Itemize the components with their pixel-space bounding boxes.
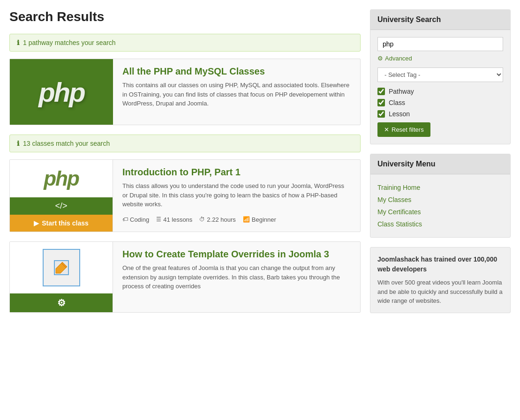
- class1-lessons-badge: ☰ 41 lessons: [156, 216, 192, 223]
- search-input[interactable]: [377, 37, 503, 51]
- reset-btn-label: Reset filters: [392, 126, 424, 133]
- pathway-alert-text: 1 pathway matches your search: [23, 39, 116, 46]
- info-icon-2: ℹ: [17, 140, 19, 147]
- university-search-box: University Search ⚙ Advanced - Select Ta…: [370, 9, 511, 144]
- sidebar: University Search ⚙ Advanced - Select Ta…: [370, 9, 511, 322]
- clock-icon: ⏱: [199, 216, 205, 223]
- class1-card-bottom: </>: [10, 197, 113, 215]
- class1-hours-badge: ⏱ 2.22 hours: [199, 216, 235, 223]
- advanced-link[interactable]: ⚙ Advanced: [377, 55, 503, 62]
- reset-filters-button[interactable]: ✕ Reset filters: [377, 122, 430, 137]
- start-class-button-1[interactable]: ▶ Start this class: [10, 215, 113, 232]
- gear-icon: ⚙: [377, 55, 383, 62]
- menu-link-class-statistics[interactable]: Class Statistics: [377, 218, 503, 230]
- classes-alert: ℹ 13 classes match your search: [9, 135, 361, 152]
- x-icon: ✕: [384, 126, 389, 133]
- select-tag-dropdown[interactable]: - Select Tag -: [377, 68, 503, 82]
- info-icon: ℹ: [17, 39, 19, 46]
- checkbox-lesson[interactable]: Lesson: [377, 110, 503, 118]
- php-logo-dark: php: [44, 167, 79, 190]
- menu-link-my-certificates[interactable]: My Certificates: [377, 206, 503, 218]
- class1-level-badge: 📶 Beginner: [243, 216, 276, 223]
- pathway-card-body: All the PHP and MySQL Classes This conta…: [113, 59, 360, 125]
- class1-card-title[interactable]: Introduction to PHP, Part 1: [122, 167, 351, 178]
- class2-card-description: One of the great features of Joomla is t…: [122, 263, 351, 291]
- class-checkbox-label: Class: [389, 99, 405, 106]
- page-title: Search Results: [9, 9, 361, 24]
- list-icon: ☰: [156, 216, 161, 223]
- class1-tag-badge: 🏷 Coding: [122, 216, 149, 223]
- pencil-svg: [52, 258, 71, 277]
- classes-alert-text: 13 classes match your search: [23, 140, 110, 147]
- class-checkbox[interactable]: [377, 99, 385, 106]
- class1-card-image: php </> ▶ Start this class: [10, 160, 113, 232]
- class1-card-description: This class allows you to understand the …: [122, 181, 351, 209]
- class1-card-top: php: [10, 160, 113, 197]
- joomla-icon: ⚙: [57, 297, 66, 308]
- class1-hours: 2.22 hours: [207, 216, 235, 223]
- class1-meta: 🏷 Coding ☰ 41 lessons ⏱ 2.22 hours 📶 Beg…: [122, 216, 351, 223]
- university-search-body: ⚙ Advanced - Select Tag - Pathway Class: [370, 30, 510, 144]
- pathway-card-image: php: [10, 59, 113, 125]
- class-result-card-1: php </> ▶ Start this class Introduction …: [9, 159, 361, 232]
- class1-tag: Coding: [130, 216, 149, 223]
- class2-card-top: [10, 242, 113, 293]
- start-btn-label-1: Start this class: [42, 219, 89, 227]
- code-icon: </>: [55, 201, 67, 211]
- university-menu-links: Training Home My Classes My Certificates…: [370, 174, 510, 237]
- menu-link-my-classes[interactable]: My Classes: [377, 194, 503, 206]
- class1-card-body: Introduction to PHP, Part 1 This class a…: [113, 160, 360, 232]
- class-result-card-2: ⚙ How to Create Template Overrides in Jo…: [9, 241, 361, 313]
- lesson-checkbox[interactable]: [377, 110, 385, 118]
- promo-body-text: With over 500 great videos you'll learn …: [377, 278, 503, 306]
- play-icon: ▶: [34, 219, 39, 227]
- tag-icon: 🏷: [122, 216, 128, 223]
- pathway-card-description: This contains all our classes on using P…: [122, 81, 351, 108]
- menu-link-training-home[interactable]: Training Home: [377, 181, 503, 194]
- university-menu-box: University Menu Training Home My Classes…: [370, 154, 511, 238]
- pathway-alert: ℹ 1 pathway matches your search: [9, 34, 361, 52]
- promo-box: Joomlashack has trained over 100,000 web…: [370, 247, 511, 313]
- university-search-header: University Search: [370, 10, 510, 30]
- promo-bold-text: Joomlashack has trained over 100,000 web…: [377, 255, 503, 274]
- class2-card-bottom: ⚙: [10, 293, 113, 312]
- class2-card-image: ⚙: [10, 242, 113, 312]
- php-logo-text: php: [38, 76, 84, 108]
- promo-content: Joomlashack has trained over 100,000 web…: [370, 248, 510, 313]
- checkbox-pathway[interactable]: Pathway: [377, 88, 503, 95]
- lesson-checkbox-label: Lesson: [389, 110, 410, 118]
- pathway-checkbox[interactable]: [377, 88, 385, 95]
- template-icon-box: [43, 249, 80, 286]
- class1-level: Beginner: [252, 216, 276, 223]
- pathway-checkbox-label: Pathway: [389, 88, 414, 95]
- advanced-label: Advanced: [385, 55, 412, 62]
- university-menu-header: University Menu: [370, 154, 510, 174]
- main-content: Search Results ℹ 1 pathway matches your …: [9, 9, 361, 322]
- pathway-result-card: php All the PHP and MySQL Classes This c…: [9, 59, 361, 125]
- checkbox-class[interactable]: Class: [377, 99, 503, 106]
- pathway-card-title[interactable]: All the PHP and MySQL Classes: [122, 66, 351, 77]
- class2-card-title[interactable]: How to Create Template Overrides in Joom…: [122, 249, 351, 260]
- class2-card-body: How to Create Template Overrides in Joom…: [113, 242, 360, 312]
- filter-checkboxes: Pathway Class Lesson: [377, 88, 503, 118]
- class1-lessons: 41 lessons: [163, 216, 192, 223]
- php-green-bg: php: [10, 59, 113, 125]
- bar-icon: 📶: [243, 216, 250, 223]
